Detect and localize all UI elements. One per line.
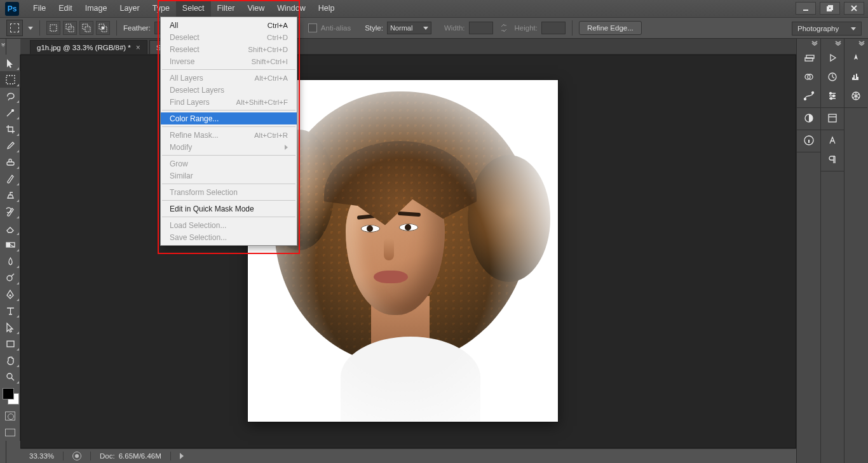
height-input [541,22,566,34]
status-sync-icon[interactable] [72,452,81,460]
selection-subtract-button[interactable] [79,21,93,35]
active-tool-preset-button[interactable] [6,20,23,36]
quick-mask-toggle[interactable] [0,408,20,424]
color-swatches[interactable] [0,386,20,408]
panel-collapse-button[interactable] [821,39,844,48]
status-more-button[interactable] [180,453,184,459]
menu-item-deselect-layers: Deselect Layers [161,84,297,96]
brush-tool[interactable] [0,170,20,187]
menu-separator [162,184,295,184]
panel-column [797,39,820,463]
document-tab[interactable]: g1h.jpg @ 33.3% (RGB/8#) *× [30,40,147,54]
move-tool[interactable] [0,55,20,71]
menu-file[interactable]: File [27,0,52,17]
menu-item-label: Load Selection... [170,221,226,230]
menu-item-label: Save Selection... [170,233,227,242]
properties-icon[interactable] [825,112,839,124]
layers-icon[interactable] [802,51,816,64]
panel-collapse-button[interactable] [844,39,867,48]
feather-label: Feather: [123,24,151,32]
style-value: Normal [390,24,412,32]
status-bar: 33.33% Doc: 6.65M/6.46M [20,448,796,463]
channels-icon[interactable] [802,70,816,83]
magic-wand-tool[interactable] [0,104,20,121]
menu-type[interactable]: Type [146,0,176,17]
spot-heal-tool[interactable] [0,154,20,170]
paths-icon[interactable] [802,90,816,102]
menu-item-color-range[interactable]: Color Range... [161,112,297,124]
navigator-icon[interactable] [849,51,863,64]
foreground-swatch[interactable] [3,388,14,399]
type-tool[interactable] [0,302,20,319]
style-dropdown[interactable]: Normal [387,22,431,34]
paragraph-icon[interactable] [825,153,839,166]
eyedropper-tool[interactable] [0,137,20,154]
refine-edge-button[interactable]: Refine Edge... [579,21,642,35]
menu-edit[interactable]: Edit [52,0,79,17]
crop-tool[interactable] [0,121,20,137]
selection-intersect-button[interactable] [96,21,110,35]
gradient-tool[interactable] [0,236,20,253]
blur-tool[interactable] [0,253,20,269]
screen-mode-button[interactable] [0,424,20,441]
menu-item-shortcut: Alt+Shift+Ctrl+F [236,98,288,106]
selection-new-button[interactable] [46,21,60,35]
menu-help[interactable]: Help [312,0,341,17]
menu-separator [162,200,295,201]
svg-rect-19 [7,341,14,347]
rectangle-shape-tool[interactable] [0,335,20,352]
svg-rect-5 [50,25,57,31]
dodge-tool[interactable] [0,269,20,286]
selection-add-button[interactable] [63,21,77,35]
menu-item-all[interactable]: AllCtrl+A [161,19,297,31]
character-icon[interactable] [825,134,839,147]
pen-tool[interactable] [0,286,20,302]
close-tab-icon[interactable]: × [136,43,140,52]
window-restore-button[interactable] [820,2,840,15]
zoom-tool[interactable] [0,368,20,385]
menu-item-all-layers: All LayersAlt+Ctrl+A [161,72,297,84]
menu-item-edit-in-quick-mask-mode[interactable]: Edit in Quick Mask Mode [161,203,297,215]
select-menu-dropdown: AllCtrl+ADeselectCtrl+DReselectShift+Ctr… [160,17,297,246]
histogram-icon[interactable] [849,70,863,83]
workspace-label: Photography [797,25,839,32]
menu-window[interactable]: Window [271,0,311,17]
actions-icon[interactable] [825,51,839,64]
panel-column [844,39,867,463]
menu-filter[interactable]: Filter [211,0,241,17]
path-select-tool[interactable] [0,319,20,335]
panel-collapse-button[interactable] [797,39,820,48]
svg-point-20 [7,373,12,379]
history-icon[interactable] [825,70,839,83]
canvas-area[interactable] [20,55,796,448]
menu-layer[interactable]: Layer [113,0,146,17]
menu-item-label: Transform Selection [170,188,238,197]
tool-preset-dropdown-icon[interactable] [28,27,33,30]
menu-separator [162,217,295,217]
tools-collapse-button[interactable] [0,40,6,49]
tool-presets-icon[interactable] [825,90,839,102]
window-minimize-button[interactable] [796,2,816,15]
workspace-switcher[interactable]: Photography [792,22,862,36]
menu-item-deselect: DeselectCtrl+D [161,31,297,43]
svg-point-18 [9,294,11,296]
menu-item-grow: Grow [161,158,297,170]
hand-tool[interactable] [0,352,20,368]
zoom-readout[interactable]: 33.33% [29,452,54,460]
eraser-tool[interactable] [0,220,20,236]
lasso-tool[interactable] [0,88,20,104]
history-brush-tool[interactable] [0,203,20,220]
rect-marquee-tool[interactable] [0,71,20,88]
window-close-button[interactable] [844,2,864,15]
menu-view[interactable]: View [241,0,271,17]
info-icon[interactable] [802,134,816,147]
menu-select[interactable]: Select [176,0,211,17]
app-logo: Ps [5,2,19,16]
menu-image[interactable]: Image [79,0,114,17]
svg-rect-16 [6,243,10,247]
swatches-icon[interactable] [849,90,863,102]
menu-item-label: Deselect Layers [170,86,224,95]
clone-stamp-tool[interactable] [0,187,20,203]
menu-item-modify: Modify [161,141,297,153]
adjustments-icon[interactable] [802,112,816,124]
